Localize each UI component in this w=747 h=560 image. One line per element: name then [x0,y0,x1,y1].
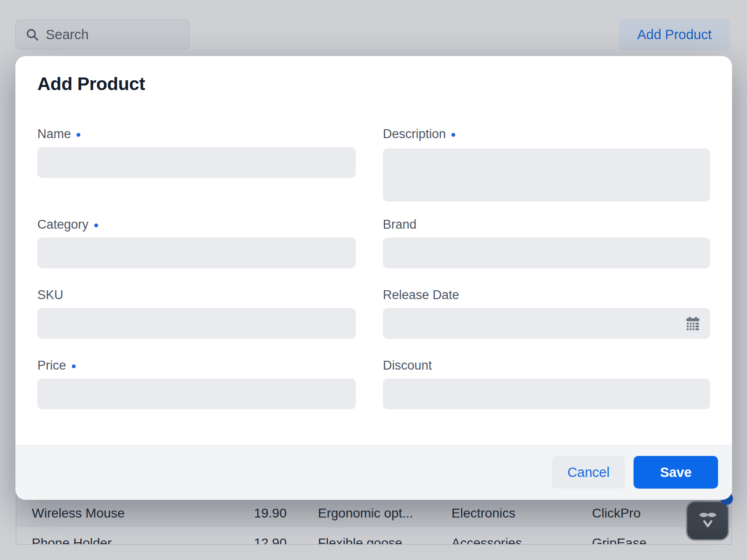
field-label: Name [37,127,71,141]
required-dot [94,224,98,227]
field-label: Brand [383,217,416,232]
release-date-input[interactable] [383,308,710,339]
field-release-date: Release Date [383,288,710,339]
field-label: Category [37,217,89,232]
brand-input[interactable] [383,238,710,268]
add-product-modal: Add Product Name Description Category Br… [15,56,732,500]
sku-input[interactable] [37,308,356,339]
cancel-button[interactable]: Cancel [552,456,625,489]
field-label: Description [383,127,446,141]
field-sku: SKU [37,288,356,339]
name-input[interactable] [37,147,356,178]
field-label: SKU [37,288,63,302]
discount-input[interactable] [383,378,710,409]
save-button[interactable]: Save [634,456,718,489]
field-description: Description [383,127,710,202]
calendar-icon[interactable] [685,315,701,331]
app-window: Search Add Product Wireless Mouse 19.90 … [0,0,747,560]
field-brand: Brand [383,217,710,268]
field-price: Price [37,358,356,409]
required-dot [451,133,455,137]
price-input[interactable] [37,378,356,409]
field-label: Discount [383,358,432,373]
required-dot [72,364,76,368]
field-label: Price [37,358,66,373]
required-dot [77,133,80,137]
modal-title: Add Product [37,74,145,94]
description-textarea[interactable] [383,148,710,202]
category-input[interactable] [37,238,356,268]
field-label: Release Date [383,288,459,302]
field-discount: Discount [383,358,710,409]
field-name: Name [37,127,356,178]
field-category: Category [37,217,356,268]
modal-footer: Cancel Save [15,445,732,500]
